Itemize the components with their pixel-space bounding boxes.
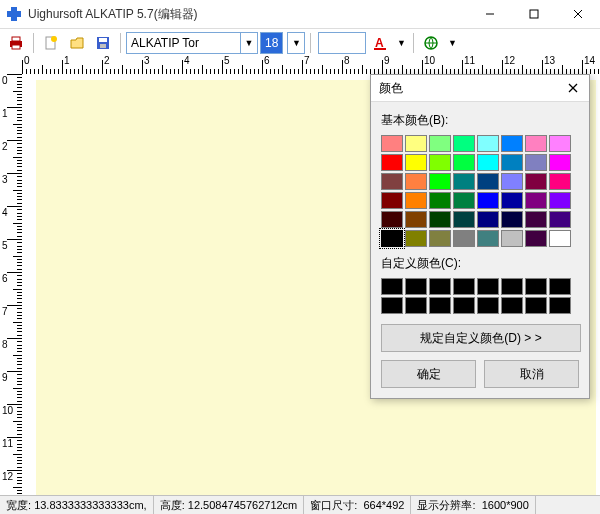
basic-color-swatch[interactable]: [549, 154, 571, 171]
custom-color-swatch[interactable]: [381, 297, 403, 314]
basic-color-swatch[interactable]: [549, 192, 571, 209]
basic-color-swatch[interactable]: [429, 135, 451, 152]
custom-color-swatch[interactable]: [405, 278, 427, 295]
custom-color-swatch[interactable]: [477, 297, 499, 314]
new-button[interactable]: [39, 31, 63, 55]
basic-color-swatch[interactable]: [501, 135, 523, 152]
separator: [120, 33, 121, 53]
separator: [310, 33, 311, 53]
basic-color-swatch[interactable]: [453, 173, 475, 190]
custom-color-swatch[interactable]: [429, 278, 451, 295]
svg-text:A: A: [375, 36, 384, 50]
basic-color-swatch[interactable]: [381, 230, 403, 247]
app-icon: [6, 6, 22, 22]
basic-color-swatch[interactable]: [501, 230, 523, 247]
svg-rect-8: [12, 45, 20, 49]
basic-color-swatch[interactable]: [429, 211, 451, 228]
basic-color-swatch[interactable]: [477, 211, 499, 228]
ruler-label: 4: [184, 56, 190, 66]
basic-color-swatch[interactable]: [477, 154, 499, 171]
basic-color-swatch[interactable]: [525, 135, 547, 152]
font-color-dropdown[interactable]: ▼: [394, 31, 408, 55]
ruler-corner: [0, 56, 23, 75]
language-button[interactable]: [419, 31, 443, 55]
basic-color-swatch[interactable]: [405, 192, 427, 209]
custom-color-swatch[interactable]: [501, 297, 523, 314]
basic-color-swatch[interactable]: [501, 173, 523, 190]
define-custom-color-button[interactable]: 规定自定义颜色(D) > >: [381, 324, 581, 352]
basic-color-swatch[interactable]: [549, 230, 571, 247]
window-title: Uighursoft ALKATIP 5.7(编辑器): [28, 6, 468, 23]
custom-color-swatch[interactable]: [477, 278, 499, 295]
custom-color-swatch[interactable]: [453, 297, 475, 314]
close-button[interactable]: [556, 0, 600, 28]
custom-color-swatch[interactable]: [381, 278, 403, 295]
custom-color-swatch[interactable]: [549, 278, 571, 295]
basic-color-swatch[interactable]: [549, 135, 571, 152]
font-size-selector[interactable]: 18: [260, 32, 283, 54]
ruler-label: 8: [344, 56, 350, 66]
custom-color-swatch[interactable]: [405, 297, 427, 314]
svg-rect-3: [530, 10, 538, 18]
basic-color-swatch[interactable]: [453, 211, 475, 228]
basic-color-swatch[interactable]: [453, 192, 475, 209]
custom-color-swatch[interactable]: [525, 297, 547, 314]
basic-color-swatch[interactable]: [405, 135, 427, 152]
basic-color-swatch[interactable]: [381, 192, 403, 209]
font-selector[interactable]: ALKATIP Tor ▼: [126, 32, 258, 54]
basic-color-swatch[interactable]: [381, 135, 403, 152]
basic-color-swatch[interactable]: [477, 192, 499, 209]
basic-color-swatch[interactable]: [453, 154, 475, 171]
custom-color-swatch[interactable]: [525, 278, 547, 295]
ok-button[interactable]: 确定: [381, 360, 476, 388]
separator: [33, 33, 34, 53]
basic-color-swatch[interactable]: [405, 154, 427, 171]
ruler-label: 0: [24, 56, 30, 66]
ruler-label: 10: [2, 405, 13, 416]
custom-color-swatch[interactable]: [501, 278, 523, 295]
basic-color-swatch[interactable]: [477, 173, 499, 190]
basic-color-swatch[interactable]: [381, 154, 403, 171]
basic-color-swatch[interactable]: [381, 211, 403, 228]
font-size-dropdown[interactable]: ▼: [287, 32, 305, 54]
basic-color-swatch[interactable]: [477, 230, 499, 247]
basic-color-swatch[interactable]: [501, 154, 523, 171]
basic-color-swatch[interactable]: [453, 230, 475, 247]
dialog-close-button[interactable]: [557, 75, 589, 101]
basic-color-swatch[interactable]: [429, 173, 451, 190]
basic-color-swatch[interactable]: [525, 154, 547, 171]
basic-color-swatch[interactable]: [405, 173, 427, 190]
open-button[interactable]: [65, 31, 89, 55]
custom-color-swatch[interactable]: [429, 297, 451, 314]
basic-color-swatch[interactable]: [549, 211, 571, 228]
svg-rect-15: [374, 48, 386, 50]
minimize-button[interactable]: [468, 0, 512, 28]
basic-color-swatch[interactable]: [525, 173, 547, 190]
basic-color-swatch[interactable]: [525, 230, 547, 247]
status-window-size: 窗口尺寸: 664*492: [304, 496, 411, 514]
font-size: 18: [261, 36, 282, 50]
custom-color-swatch[interactable]: [453, 278, 475, 295]
basic-color-swatch[interactable]: [381, 173, 403, 190]
custom-color-swatch[interactable]: [549, 297, 571, 314]
basic-color-swatch[interactable]: [525, 211, 547, 228]
basic-color-swatch[interactable]: [405, 211, 427, 228]
basic-color-swatch[interactable]: [477, 135, 499, 152]
basic-color-swatch[interactable]: [453, 135, 475, 152]
basic-color-swatch[interactable]: [429, 230, 451, 247]
basic-colors-label: 基本颜色(B):: [381, 112, 579, 129]
language-dropdown[interactable]: ▼: [445, 31, 459, 55]
basic-color-swatch[interactable]: [405, 230, 427, 247]
ruler-label: 7: [304, 56, 310, 66]
basic-color-swatch[interactable]: [501, 211, 523, 228]
print-button[interactable]: [4, 31, 28, 55]
maximize-button[interactable]: [512, 0, 556, 28]
basic-color-swatch[interactable]: [501, 192, 523, 209]
save-button[interactable]: [91, 31, 115, 55]
basic-color-swatch[interactable]: [549, 173, 571, 190]
font-color-button[interactable]: A: [368, 31, 392, 55]
cancel-button[interactable]: 取消: [484, 360, 579, 388]
basic-color-swatch[interactable]: [429, 154, 451, 171]
basic-color-swatch[interactable]: [525, 192, 547, 209]
basic-color-swatch[interactable]: [429, 192, 451, 209]
